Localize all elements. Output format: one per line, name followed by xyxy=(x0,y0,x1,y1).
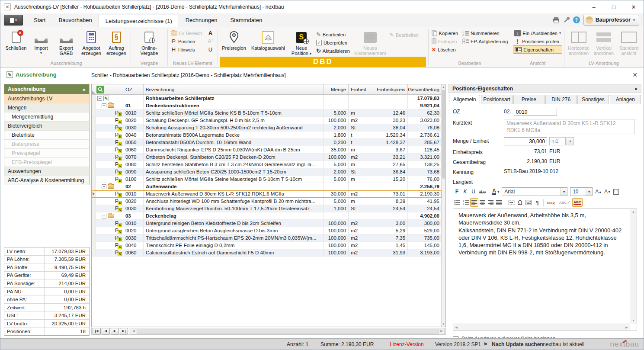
lv-row[interactable]: 0020 Untergrund ausgleichen Beton Ausgle… xyxy=(92,227,442,234)
auftrag-erzeugen-button[interactable]: § Auftrag erzeugen xyxy=(104,29,129,56)
bold-button[interactable]: F xyxy=(453,187,461,196)
editor-horizontal-scrollbar[interactable]: ◀ ▶ xyxy=(453,324,630,331)
scrollbar-thumb[interactable] xyxy=(442,90,445,179)
ueberpruefen-button[interactable]: Überprüfen xyxy=(315,39,351,47)
langtext-content[interactable]: Mauerwerk der Außenwand, Arbeitshöhe bis… xyxy=(453,209,630,324)
lv-row[interactable]: 0040 Betonstahlmatte B500A Lagermatte De… xyxy=(92,132,442,139)
oz-input[interactable] xyxy=(514,108,557,116)
properties-tab[interactable]: DIN 276 xyxy=(545,95,577,104)
online-vergabe-button[interactable]: Online-Vergabe xyxy=(133,29,166,56)
scroll-up-icon[interactable]: ▲ xyxy=(442,84,445,90)
scroll-right-icon[interactable]: ▶ xyxy=(624,326,630,329)
column-header-gesamtbetrag[interactable]: Gesamtbetrag xyxy=(408,84,442,94)
update-link[interactable]: Nach Update suchen xyxy=(492,341,543,347)
properties-tab[interactable]: Sonstiges xyxy=(577,95,609,104)
main-tab[interactable]: Leistungsverzeichnisse (1) xyxy=(99,15,179,27)
main-tab[interactable]: Rechnungen xyxy=(179,14,224,27)
fullscreen-editor-button[interactable] xyxy=(612,187,620,196)
neues-kostenelement-button[interactable]: KE Neues Kostenelement xyxy=(352,29,388,56)
lv-row[interactable]: 0010 Schlitz schließen Mörtel MGIIa Stei… xyxy=(92,109,442,117)
help-icon[interactable] xyxy=(573,16,580,23)
einfuegen-button[interactable]: Einfügen xyxy=(430,37,459,45)
kostenelement-bearbeiten-button[interactable]: ✎Bearbeiten xyxy=(388,31,420,39)
lv-row[interactable]: 0080 Schlitz herstellen Stahlbeton B 3 c… xyxy=(92,161,442,168)
font-color-button[interactable]: A ▾ xyxy=(491,187,500,196)
menge-input[interactable] xyxy=(504,137,547,145)
katalogauswahl-button[interactable]: Katalogauswahl xyxy=(250,29,287,51)
lv-row[interactable]: 0010 Untergrund reinigen Beton Klebstoff… xyxy=(92,220,442,227)
vertical-scrollbar[interactable]: ▲ ▼ xyxy=(441,84,445,327)
lv-row[interactable]: 0020 Anschluss hinterlegt WD 100 mm Scha… xyxy=(92,198,442,205)
loeschen-button[interactable]: ✕Löschen xyxy=(430,45,459,54)
lv-row[interactable]: 0100 Schlitz schließen Mörtel MGIIa Stei… xyxy=(92,176,442,183)
column-header-einheitspreis[interactable]: Einheitspreis xyxy=(370,84,408,94)
textzusatz-a-button[interactable]: A xyxy=(205,29,216,37)
font-family-select[interactable]: Arial▼ xyxy=(502,187,567,196)
lv-row[interactable]: 03 Deckenbelag 4.902,00 xyxy=(92,212,442,220)
lv-row[interactable]: 01 Deckenkonstruktionen 9.921,04 xyxy=(92,102,442,109)
vertikal-anordnen-button[interactable]: Vertikal anordnen xyxy=(591,29,616,56)
sidebar-item[interactable]: Auswertungen xyxy=(4,167,89,176)
lv-row[interactable]: 0010 Mauerwerk Außenwand D 30cm KS L-R S… xyxy=(92,190,442,198)
sidebar-item[interactable]: Bieterpreise xyxy=(4,139,89,148)
positionen-pruefen-button[interactable]: !Positionen prüfen xyxy=(513,37,562,45)
lv-row[interactable]: 0090 Aussparung schließen Beton C20/25 1… xyxy=(92,168,442,176)
sidebar-item[interactable]: Mengenermittlung xyxy=(4,112,89,121)
ein-ausblenden-button[interactable]: Ein-/Ausblenden▾ xyxy=(513,29,562,37)
preisregion-button[interactable]: Preisregion xyxy=(220,29,248,51)
properties-tab[interactable]: Anlagen xyxy=(610,95,641,104)
lv-row[interactable]: 0020 Schalung Deckenpl. GF-Schalungspl. … xyxy=(92,117,442,124)
justify-button[interactable] xyxy=(495,198,503,207)
properties-tab[interactable]: Positionsart xyxy=(481,95,512,104)
editor-vertical-scrollbar[interactable]: ▲ ▼ xyxy=(630,209,637,324)
kopieren-button[interactable]: Kopieren xyxy=(430,29,459,37)
sidebar-item[interactable]: Mengen xyxy=(4,103,89,112)
import-button[interactable]: ↓ Import ▾ xyxy=(29,29,54,56)
kurztext-field[interactable]: Mauerwerk Außenwand D 30cm KS L-R SFK12 … xyxy=(504,119,634,134)
neue-position-button[interactable]: S Neue Position ▾ xyxy=(288,29,315,57)
scroll-left-icon[interactable]: ◀ xyxy=(131,329,136,333)
formatting-marks-button[interactable]: ¶ xyxy=(533,198,541,207)
lv-row[interactable]: 0030 Trittschalldämmschicht PS-Hartschau… xyxy=(92,234,442,242)
bullet-list-button[interactable] xyxy=(453,198,461,207)
einheit-field[interactable]: m2 xyxy=(549,137,566,145)
print-icon[interactable] xyxy=(553,16,560,23)
column-header-bezeichnung[interactable]: Bezeichnung xyxy=(144,84,324,94)
insert-image-button[interactable] xyxy=(524,198,533,207)
increase-font-button[interactable]: A▲ xyxy=(594,187,603,196)
horizontal-scrollbar[interactable]: ◀ ▶ xyxy=(131,328,445,334)
scroll-down-icon[interactable]: ▼ xyxy=(442,321,445,327)
main-tab[interactable]: Stammdaten xyxy=(224,14,269,27)
search-column-header[interactable] xyxy=(92,84,123,94)
properties-tab[interactable]: Allgemein xyxy=(449,95,480,105)
sidebar-item[interactable]: Ausschreibungs-LV xyxy=(4,94,89,103)
first-record-button[interactable]: ◀ xyxy=(93,328,101,334)
scroll-right-icon[interactable]: ▶ xyxy=(439,329,444,333)
bearbeiten-button[interactable]: ✎Bearbeiten xyxy=(315,30,351,39)
spellcheck-accept-button[interactable]: ABC✓ xyxy=(558,198,572,207)
expand-icon[interactable]: » xyxy=(634,86,638,92)
decrease-font-button[interactable]: A▼ xyxy=(603,187,612,196)
user-account-button[interactable]: Bauprofessor ▾ xyxy=(583,15,639,26)
eigenschaften-button[interactable]: Eigenschaften xyxy=(513,45,562,54)
textzusatz-u-button[interactable]: U xyxy=(205,45,216,54)
close-document-icon[interactable]: ✕ xyxy=(632,71,638,78)
close-button[interactable]: ✕ xyxy=(624,0,644,13)
lv-row[interactable]: 0060 Dämmschicht Ringanker EPS D 25mm 0,… xyxy=(92,146,442,154)
collapse-icon[interactable]: « xyxy=(83,86,86,93)
numbered-list-button[interactable]: 12 xyxy=(461,198,470,207)
lv-row[interactable]: Rohbauarbeiten Schillerplatz 17.079,83 xyxy=(92,95,442,102)
lv-row[interactable]: 0050 Betonstabstahl B500A Durchm. 10-16m… xyxy=(92,139,442,146)
scroll-down-icon[interactable]: ▼ xyxy=(630,318,637,324)
lv-row[interactable]: 0060 Calciumsulfatestrich Estrich auf Dä… xyxy=(92,249,442,257)
angebot-erzeugen-button[interactable]: Angebot erzeugen xyxy=(79,29,104,56)
tools-wrench-icon[interactable] xyxy=(563,17,570,23)
lv-bereich-button[interactable]: LV-Bereich xyxy=(170,29,203,37)
previous-record-button[interactable]: ◀ xyxy=(102,328,110,334)
app-menu-button[interactable]: ▾ xyxy=(4,15,23,26)
aktualisieren-button[interactable]: ↻Aktualisieren xyxy=(315,47,351,55)
lv-row[interactable]: 02 Außenwände 2.256,79 xyxy=(92,183,442,190)
main-tab[interactable]: Start xyxy=(27,14,52,27)
align-left-button[interactable] xyxy=(470,198,478,207)
lv-row[interactable]: 0030 Kernbohrung Mauerziegel Durchm. 50-… xyxy=(92,205,442,212)
